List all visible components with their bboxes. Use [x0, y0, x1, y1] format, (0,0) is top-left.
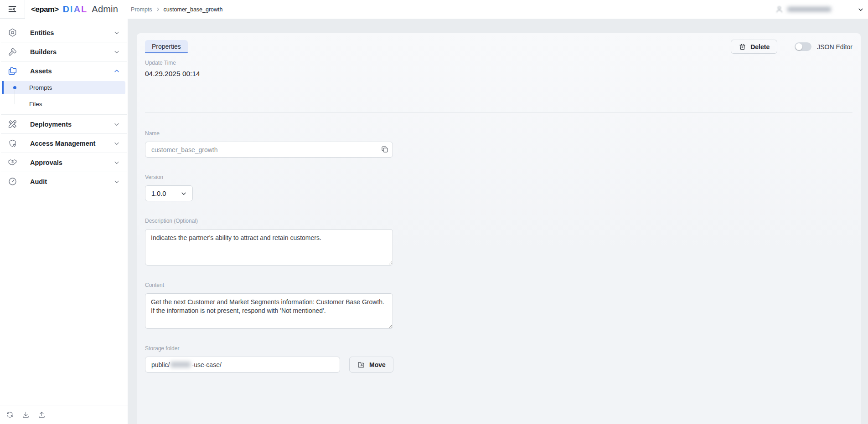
user-avatar-icon [775, 5, 784, 14]
sidebar-item-builders[interactable]: Builders [0, 45, 128, 59]
main-area: Properties Delete [128, 19, 868, 424]
storage-path-prefix: public/ [151, 361, 170, 368]
breadcrumb: Prompts customer_base_growth [131, 0, 222, 19]
breadcrumb-current: customer_base_growth [164, 6, 223, 13]
hammer-icon [7, 47, 18, 56]
sidebar: Entities Builders [0, 19, 128, 424]
sidebar-subitem-label: Files [29, 101, 42, 107]
description-group: Description (Optional) Indicates the par… [145, 218, 852, 266]
tools-icon [7, 119, 18, 129]
storage-folder-label: Storage folder [145, 345, 852, 352]
user-menu[interactable] [775, 0, 868, 19]
version-select[interactable]: 1.0.0 [145, 185, 193, 201]
trash-x-icon [739, 43, 746, 51]
toolbar-actions: Delete JSON Editor [731, 40, 852, 54]
move-button[interactable]: Move [349, 357, 393, 373]
sidebar-footer [0, 405, 128, 424]
sidebar-item-deployments[interactable]: Deployments [0, 117, 128, 131]
folders-icon [7, 66, 18, 76]
divider [1, 114, 127, 115]
sidebar-item-label: Audit [30, 178, 113, 185]
tab-properties[interactable]: Properties [145, 40, 188, 53]
refresh-icon [6, 411, 14, 419]
top-header: <epam> DIAL Admin Prompts customer_base_… [0, 0, 868, 19]
sidebar-item-label: Entities [30, 29, 113, 36]
shield-gear-icon [7, 138, 18, 148]
prompt-form: Name Ver [145, 130, 852, 373]
upload-icon [38, 411, 46, 419]
json-editor-toggle-group: JSON Editor [795, 42, 852, 51]
storage-folder-group: Storage folder public/ -use-case/ [145, 345, 852, 373]
active-bullet-icon [13, 86, 16, 89]
sidebar-collapse-icon [7, 4, 17, 14]
sidebar-item-label: Deployments [30, 121, 113, 128]
properties-panel: Properties Delete [137, 33, 861, 424]
chevron-up-icon [113, 67, 120, 75]
sidebar-item-entities[interactable]: Entities [0, 26, 128, 40]
sidebar-item-prompts[interactable]: Prompts [2, 81, 125, 94]
refresh-button[interactable] [6, 411, 14, 419]
sidebar-item-label: Assets [30, 67, 113, 75]
app-logo[interactable]: <epam> DIAL Admin [31, 0, 118, 19]
sidebar-item-label: Builders [30, 48, 113, 56]
chevron-down-icon [113, 178, 120, 185]
user-menu-chevron-down-icon [857, 6, 864, 13]
divider [1, 61, 127, 61]
sidebar-item-access-management[interactable]: Access Management [0, 136, 128, 150]
copy-button[interactable] [381, 145, 389, 153]
name-input[interactable] [145, 142, 393, 158]
breadcrumb-prompts-link[interactable]: Prompts [131, 6, 152, 13]
content-group: Content Get the next Customer and Market… [145, 282, 852, 329]
bullet-spacer [13, 102, 16, 106]
delete-button[interactable]: Delete [731, 40, 777, 54]
divider [145, 112, 852, 113]
handshake-icon [7, 158, 18, 167]
update-time-value: 04.29.2025 00:14 [145, 70, 852, 78]
json-editor-toggle[interactable] [795, 42, 811, 51]
gauge-icon [7, 177, 18, 186]
upload-button[interactable] [38, 411, 46, 419]
chevron-down-icon [180, 190, 187, 197]
user-name-redacted [787, 7, 831, 12]
sidebar-item-assets[interactable]: Assets [0, 64, 128, 78]
version-group: Version 1.0.0 [145, 174, 852, 201]
sidebar-item-label: Access Management [30, 140, 113, 147]
sidebar-item-files[interactable]: Files [2, 97, 125, 111]
content-textarea[interactable]: Get the next Customer and Market Segment… [145, 293, 393, 329]
divider [1, 42, 127, 42]
json-editor-label: JSON Editor [817, 43, 852, 51]
admin-title: Admin [92, 4, 118, 15]
chevron-down-icon [113, 121, 120, 128]
update-time-block: Update Time 04.29.2025 00:14 [145, 60, 852, 78]
hexagon-nut-icon [7, 28, 18, 37]
sidebar-collapse-button[interactable] [0, 0, 25, 19]
content-label: Content [145, 282, 852, 288]
chevron-down-icon [113, 48, 120, 56]
sidebar-item-audit[interactable]: Audit [0, 174, 128, 189]
storage-path-suffix: -use-case/ [191, 361, 221, 368]
chevron-down-icon [113, 140, 120, 147]
version-label: Version [145, 174, 852, 180]
copy-icon [381, 145, 389, 153]
download-button[interactable] [22, 411, 30, 419]
sidebar-subitem-label: Prompts [29, 84, 52, 91]
download-icon [22, 411, 30, 419]
sidebar-item-approvals[interactable]: Approvals [0, 155, 128, 169]
move-button-label: Move [369, 361, 386, 368]
name-group: Name [145, 130, 852, 158]
delete-button-label: Delete [750, 43, 770, 51]
folder-move-icon [357, 361, 365, 369]
name-label: Name [145, 130, 852, 137]
divider [1, 133, 127, 134]
toggle-knob [796, 43, 802, 50]
update-time-label: Update Time [145, 60, 852, 66]
divider [1, 153, 127, 153]
chevron-down-icon [113, 159, 120, 166]
description-label: Description (Optional) [145, 218, 852, 224]
storage-folder-input[interactable]: public/ -use-case/ [145, 357, 340, 373]
version-value: 1.0.0 [151, 190, 166, 197]
panel-toolbar: Properties Delete [145, 40, 852, 54]
storage-path-redacted [170, 362, 191, 368]
assets-sub-list: Prompts Files [0, 81, 128, 111]
description-textarea[interactable]: Indicates the partner's ability to attra… [145, 229, 393, 266]
